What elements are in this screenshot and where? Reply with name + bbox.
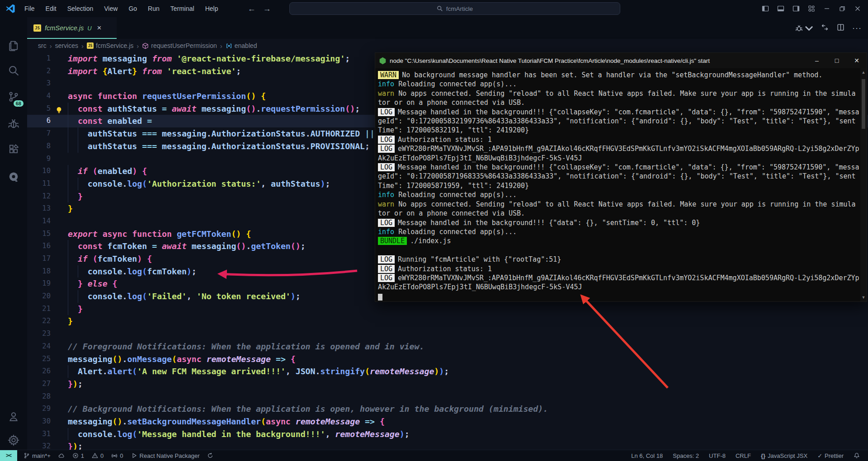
line-number: 17 xyxy=(27,253,51,265)
menu-run[interactable]: Run xyxy=(143,3,164,14)
window-close-button[interactable] xyxy=(850,0,865,17)
status-item-crlf[interactable]: CRLF xyxy=(736,452,751,459)
status-item-react-native-packager[interactable]: React Native Packager xyxy=(131,452,200,459)
line-number: 10 xyxy=(27,165,51,178)
code-line-26[interactable]: 26 Alert.alert('A new FCM Message arrive… xyxy=(27,365,868,378)
status-item-utf-8[interactable]: UTF-8 xyxy=(709,452,726,459)
status-item-spaces-2[interactable]: Spaces: 2 xyxy=(673,452,699,459)
symbol-variable-icon xyxy=(226,42,232,49)
open-changes-icon[interactable] xyxy=(821,23,829,33)
indent-guide xyxy=(78,178,78,190)
console-maximize-button[interactable]: □ xyxy=(827,53,847,68)
status-item-refresh-icon[interactable] xyxy=(207,452,213,459)
breadcrumb-item-src[interactable]: src xyxy=(38,42,47,49)
status-item-ln-6-col-18[interactable]: Ln 6, Col 18 xyxy=(631,452,663,459)
console-title-bar[interactable]: node "C:\Users\kunal\Documents\React Nat… xyxy=(375,53,867,68)
node-console-window[interactable]: node "C:\Users\kunal\Documents\React Nat… xyxy=(375,52,867,302)
search-icon xyxy=(437,5,443,12)
status-item-bell-icon[interactable] xyxy=(854,452,860,459)
command-center-search[interactable]: fcmArticle xyxy=(289,2,620,15)
console-minimize-button[interactable]: – xyxy=(807,53,827,68)
search-sidebar-icon[interactable] xyxy=(0,59,27,82)
code-line-28[interactable]: 28 xyxy=(27,390,868,403)
react-query-extension-icon[interactable] xyxy=(0,165,27,189)
nav-back-button[interactable]: ← xyxy=(247,4,255,14)
status-item-0[interactable]: 0 xyxy=(111,452,123,459)
code-line-31[interactable]: 31 console.log('Message handled in the b… xyxy=(27,428,868,441)
settings-gear-icon[interactable] xyxy=(0,428,27,452)
menu-help[interactable]: Help xyxy=(201,3,223,14)
indent-guide xyxy=(68,253,68,265)
line-number: 13 xyxy=(27,202,51,215)
status-item-1[interactable]: 1 xyxy=(72,452,84,459)
indent-guide xyxy=(78,290,78,303)
more-actions-icon[interactable]: ··· xyxy=(852,24,862,33)
console-entry-log: LOGMessage handled in the background!!! … xyxy=(378,163,859,190)
menu-bar: FileEditSelectionViewGoRunTerminalHelp xyxy=(20,3,222,14)
active-tab-underline xyxy=(27,38,117,39)
menu-edit[interactable]: Edit xyxy=(41,3,61,14)
vscode-logo-icon xyxy=(5,4,15,14)
tab-close-icon[interactable]: × xyxy=(97,24,102,33)
line-number: 16 xyxy=(27,240,51,253)
code-line-27[interactable]: 27}); xyxy=(27,378,868,390)
console-output: WARNNo background message handler has be… xyxy=(375,68,860,301)
console-blank-line xyxy=(378,246,859,255)
nav-forward-button[interactable]: → xyxy=(263,4,271,14)
status-item-prettier[interactable]: ✓Prettier xyxy=(817,452,844,459)
menu-go[interactable]: Go xyxy=(124,3,142,14)
menu-selection[interactable]: Selection xyxy=(63,3,98,14)
code-line-23[interactable]: 23 xyxy=(27,328,868,340)
line-number: 22 xyxy=(27,315,51,328)
layout-panel-icon[interactable] xyxy=(773,0,788,17)
status-item-main-[interactable]: main*+ xyxy=(24,452,51,459)
console-scrollbar[interactable]: ▲ ▼ xyxy=(860,68,867,301)
breadcrumb-item-fcmservice.js[interactable]: JSfcmService.js xyxy=(87,42,133,49)
status-item-0[interactable]: 0 xyxy=(92,452,104,459)
log-tag-info: info xyxy=(378,80,394,88)
console-entry-log: LOGRunning "fcmArticle" with {"rootTag":… xyxy=(378,255,859,264)
breadcrumb-item-services[interactable]: services xyxy=(55,42,78,49)
window-minimize-button[interactable] xyxy=(819,0,835,17)
split-editor-icon[interactable] xyxy=(836,23,845,33)
console-close-button[interactable]: ✕ xyxy=(847,53,867,68)
code-line-29[interactable]: 29// Background Notifications: When the … xyxy=(27,403,868,415)
remote-indicator[interactable]: >< xyxy=(0,450,17,461)
layout-sidebar-right-icon[interactable] xyxy=(788,0,804,17)
code-line-30[interactable]: 30messaging().setBackgroundMessageHandle… xyxy=(27,415,868,428)
breadcrumb-item-requestuserpermission[interactable]: requestUserPermission xyxy=(142,42,217,49)
line-number: 27 xyxy=(27,378,51,390)
status-item-javascript-jsx[interactable]: {}JavaScript JSX xyxy=(761,452,807,459)
console-entry-info: info Reloading connected app(s)... xyxy=(378,227,859,236)
status-item-cloud-icon[interactable] xyxy=(58,452,65,459)
log-badge-log: LOG xyxy=(378,274,395,282)
tab-fcmservice[interactable]: JS fcmService.js U × xyxy=(27,17,117,39)
indent-guide xyxy=(68,115,68,127)
code-line-22[interactable]: 22} xyxy=(27,315,868,328)
customize-layout-icon[interactable] xyxy=(804,0,819,17)
code-line-32[interactable]: 32}); xyxy=(27,440,868,450)
lightbulb-icon[interactable] xyxy=(55,105,63,113)
window-restore-button[interactable] xyxy=(835,0,850,17)
console-entry-warn: warn No apps connected. Sending "reload"… xyxy=(378,89,859,108)
menu-file[interactable]: File xyxy=(20,3,39,14)
code-line-25[interactable]: 25messaging().onMessage(async remoteMess… xyxy=(27,353,868,366)
menu-view[interactable]: View xyxy=(99,3,122,14)
breadcrumb-item-enabled[interactable]: enabled xyxy=(226,42,257,49)
accounts-icon[interactable] xyxy=(0,405,27,428)
indent-guide xyxy=(68,178,68,190)
code-line-21[interactable]: 21 } xyxy=(27,303,868,315)
code-line-24[interactable]: 24// Foreground Notifications: When the … xyxy=(27,340,868,353)
console-entry-warn: WARNNo background message handler has be… xyxy=(378,71,859,80)
console-cursor-line xyxy=(378,292,859,301)
run-debug-icon[interactable] xyxy=(0,112,27,136)
layout-sidebar-left-icon[interactable] xyxy=(758,0,773,17)
debug-run-icon[interactable] xyxy=(795,24,813,33)
explorer-icon[interactable] xyxy=(0,34,27,57)
source-control-icon[interactable]: 68 xyxy=(0,85,27,108)
console-entry-bundle: BUNDLE./index.js xyxy=(378,236,859,245)
source-control-badge: 68 xyxy=(14,100,24,107)
indent-guide xyxy=(68,165,68,178)
extensions-icon[interactable] xyxy=(0,138,27,162)
menu-terminal[interactable]: Terminal xyxy=(166,3,199,14)
